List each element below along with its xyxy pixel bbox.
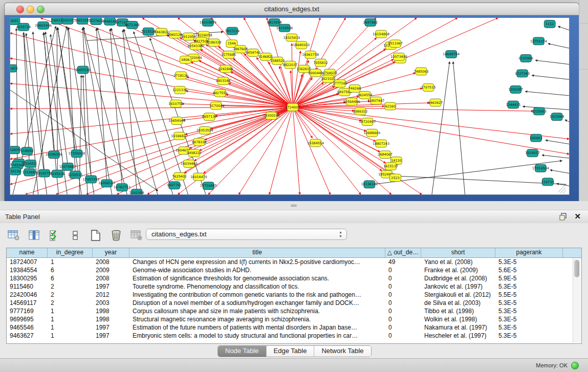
network-node[interactable]: 1244415 xyxy=(506,101,520,108)
network-node[interactable]: 8427552 xyxy=(213,89,228,97)
network-node[interactable]: 17359928 xyxy=(69,150,85,158)
network-node[interactable]: 16782753 xyxy=(114,184,130,191)
tab-network-table[interactable]: Network Table xyxy=(314,346,371,357)
network-node[interactable]: 9463627 xyxy=(428,99,443,106)
table-row[interactable]: 1830029562008Estimation of significance … xyxy=(7,274,581,282)
network-node[interactable]: 7463822 xyxy=(155,28,169,36)
network-node[interactable]: 1292344 xyxy=(129,189,144,194)
network-node[interactable]: 9777169 xyxy=(333,80,347,87)
network-node[interactable]: 4355724 xyxy=(16,23,31,31)
column-header-title[interactable]: title xyxy=(129,248,385,257)
create-table-icon[interactable] xyxy=(89,229,102,242)
network-node[interactable]: 16154808 xyxy=(373,30,389,38)
network-node[interactable]: 1615137 xyxy=(383,162,398,170)
network-node[interactable]: 2684067 xyxy=(378,151,393,159)
column-header-short[interactable]: short xyxy=(421,248,495,257)
network-node[interactable]: 8990448 xyxy=(308,69,323,77)
column-header-in_degree[interactable]: in_degree xyxy=(48,248,93,257)
network-node-hub[interactable]: 1724007 xyxy=(286,103,300,111)
network-node[interactable]: 10654948 xyxy=(168,117,185,125)
network-node[interactable]: 917004 xyxy=(210,102,223,110)
network-node[interactable]: 8657130 xyxy=(202,113,217,121)
network-node[interactable]: 118950 xyxy=(20,147,33,155)
network-node[interactable]: 7515526 xyxy=(141,28,156,35)
network-node[interactable]: 15751074 xyxy=(530,37,547,45)
column-header-out_de[interactable]: △ out_de… xyxy=(385,248,421,257)
network-node[interactable]: 2326050 xyxy=(10,146,21,154)
network-node[interactable]: 9498222 xyxy=(187,149,202,157)
show-columns-icon[interactable] xyxy=(28,229,41,242)
row-height-icon[interactable] xyxy=(69,229,82,242)
column-header-name[interactable]: name xyxy=(7,248,48,257)
table-row[interactable]: 946362711997Embryonic stem cells: a mode… xyxy=(7,332,581,340)
network-node[interactable]: 1250515 xyxy=(68,171,83,179)
network-node[interactable]: 62160 xyxy=(385,102,396,110)
table-row[interactable]: 946554611997Estimation of the future num… xyxy=(7,323,581,332)
column-header-year[interactable]: year xyxy=(93,248,129,257)
network-node[interactable]: 19166827 xyxy=(171,132,188,140)
network-node[interactable]: 10688609 xyxy=(363,129,380,137)
network-node[interactable]: 2986322 xyxy=(353,107,368,115)
network-node[interactable]: 1021064 xyxy=(550,113,564,121)
network-node[interactable]: 1115689 xyxy=(22,168,37,176)
network-node[interactable]: 9227343 xyxy=(515,70,530,77)
network-node[interactable]: 18136141 xyxy=(361,181,378,188)
network-node[interactable]: 7955812 xyxy=(313,59,328,67)
network-node[interactable]: 17016504 xyxy=(532,164,549,172)
table-row[interactable]: 969969511998Structural magnetic resonanc… xyxy=(7,315,581,323)
network-node[interactable]: 8678334 xyxy=(192,138,207,146)
network-node[interactable]: 19384554 xyxy=(307,139,324,147)
table-selector-dropdown[interactable]: citations_edges.txt ▲▼ xyxy=(146,229,347,240)
network-node[interactable]: 9960124 xyxy=(167,31,182,38)
network-node[interactable]: 20691406 xyxy=(35,21,52,29)
network-node[interactable]: 10975887 xyxy=(59,163,76,170)
table-settings-icon[interactable] xyxy=(7,229,20,242)
table-vertical-scrollbar[interactable] xyxy=(573,258,581,343)
network-node[interactable]: 16433 xyxy=(51,18,62,24)
network-node[interactable]: 17957253 xyxy=(82,176,99,183)
network-node[interactable]: 10653287 xyxy=(74,18,91,24)
float-panel-icon[interactable] xyxy=(559,213,568,221)
network-node[interactable]: 8186328 xyxy=(207,39,222,47)
splitter-handle[interactable] xyxy=(291,204,297,207)
network-node[interactable]: 9129966 xyxy=(518,54,533,62)
network-node[interactable]: 8822037 xyxy=(283,61,298,69)
network-node[interactable]: 8215953 xyxy=(532,107,547,115)
network-node[interactable]: 18720407 xyxy=(359,118,376,126)
network-node[interactable]: 39139 xyxy=(10,167,21,175)
network-node[interactable]: 19051 xyxy=(25,160,36,167)
network-node[interactable]: 18640910 xyxy=(293,41,310,49)
table-row[interactable]: 1872400712008Changes of HCN gene express… xyxy=(7,258,581,266)
network-node[interactable]: 1221336 xyxy=(172,86,187,94)
panel-splitter[interactable] xyxy=(0,201,588,210)
delete-trash-icon[interactable] xyxy=(110,229,123,242)
network-node[interactable]: 18325419 xyxy=(284,34,300,41)
network-node[interactable]: 7625402 xyxy=(172,172,187,180)
table-row[interactable]: 2242004622012Investigating the contribut… xyxy=(7,291,581,299)
network-node[interactable]: 1209387 xyxy=(508,86,523,94)
network-node[interactable]: 20933 xyxy=(62,18,73,24)
network-node[interactable]: 16648784 xyxy=(443,51,460,58)
network-node[interactable]: 16033809 xyxy=(200,18,216,26)
network-node[interactable]: 9242848 xyxy=(219,65,233,73)
network-node[interactable]: 2718126 xyxy=(173,72,188,79)
network-node[interactable]: 200643 xyxy=(530,134,542,142)
network-node[interactable]: 1527602 xyxy=(89,18,103,25)
network-node[interactable]: 16958107 xyxy=(98,180,115,187)
network-node[interactable]: 1797515 xyxy=(421,84,436,92)
table-row[interactable]: 977716911998Corpus callosum shape and si… xyxy=(7,307,581,315)
network-node[interactable]: 20564486 xyxy=(343,98,360,105)
network-node[interactable]: 2905334 xyxy=(76,66,91,74)
network-node[interactable]: 3624554 xyxy=(358,91,373,99)
network-node[interactable]: 2687682 xyxy=(363,18,378,26)
network-node[interactable]: 9896 xyxy=(180,56,191,63)
network-node[interactable]: 16039489 xyxy=(181,160,198,167)
network-graph[interactable]: 1651435572420691406164332093310653287152… xyxy=(10,18,569,194)
network-node[interactable]: 9175685 xyxy=(222,51,236,59)
network-node[interactable]: 2803144 xyxy=(216,77,231,85)
network-node[interactable]: 7857224 xyxy=(225,27,240,35)
tab-node-table[interactable]: Node Table xyxy=(218,346,267,357)
network-node[interactable]: 116733 xyxy=(541,178,554,186)
table-row[interactable]: 1938455462009Genome-wide association stu… xyxy=(7,266,581,274)
network-node[interactable]: 4671368 xyxy=(125,21,140,29)
